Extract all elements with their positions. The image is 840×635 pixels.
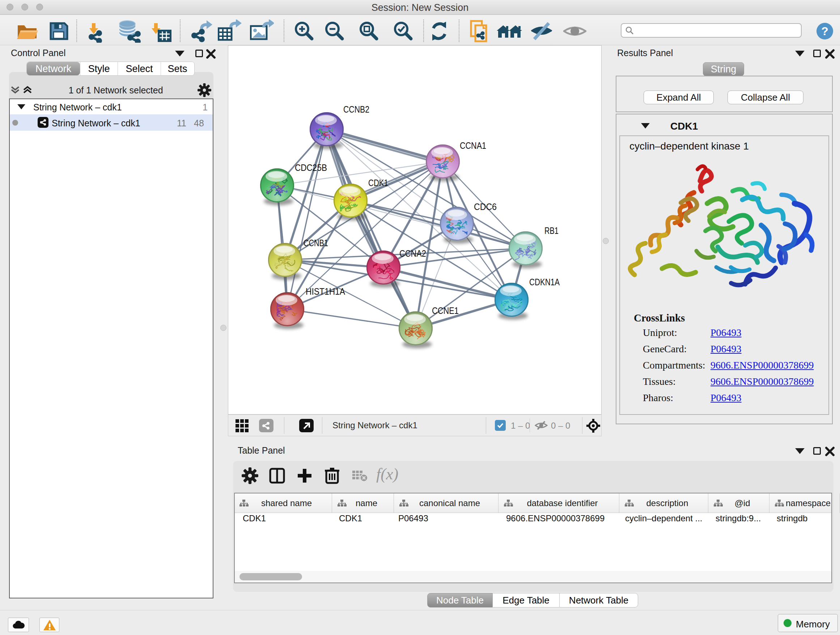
svg-text:CDC6: CDC6 (474, 202, 497, 212)
svg-text:RB1: RB1 (545, 226, 559, 236)
svg-text:CCNA1: CCNA1 (460, 141, 486, 150)
svg-text:CCNA2: CCNA2 (399, 249, 426, 258)
svg-text:CDC25B: CDC25B (295, 163, 327, 173)
svg-text:HIST1H1A: HIST1H1A (306, 287, 345, 296)
svg-text:CDK1: CDK1 (368, 178, 388, 188)
svg-text:CCNB1: CCNB1 (303, 238, 328, 248)
svg-text:CCNE1: CCNE1 (432, 306, 459, 316)
svg-text:CDKN1A: CDKN1A (529, 277, 560, 287)
svg-text:CCNB2: CCNB2 (343, 104, 369, 114)
